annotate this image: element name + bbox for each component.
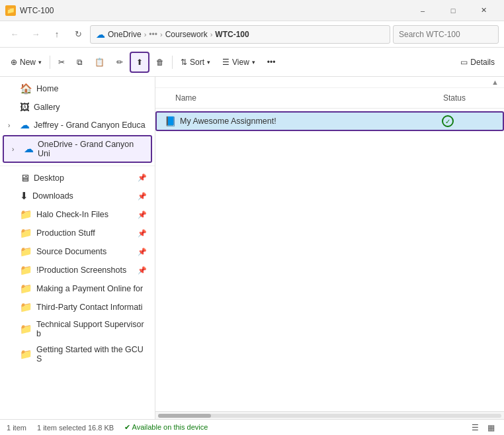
onedrive-icon: ☁ bbox=[96, 29, 105, 40]
rename-icon: ✏ bbox=[116, 58, 123, 67]
sidebar-item-production[interactable]: 📁 Production Stuff 📌 bbox=[0, 224, 155, 242]
grid-view-button[interactable]: ▦ bbox=[484, 421, 497, 434]
refresh-button[interactable]: ↻ bbox=[69, 25, 87, 44]
sidebar-item-payment[interactable]: 📁 Making a Payment Online for bbox=[0, 279, 155, 298]
expand-icon-jeffrey: › bbox=[8, 122, 16, 129]
window-controls: – □ ✕ bbox=[407, 0, 499, 21]
view-toggle-group: ☰ ▦ bbox=[468, 421, 497, 434]
forward-button[interactable]: → bbox=[26, 25, 45, 44]
sidebar-item-gallery[interactable]: 🖼 Gallery bbox=[0, 98, 155, 116]
sidebar-label-home: Home bbox=[36, 84, 147, 93]
sidebar-label-gallery: Gallery bbox=[34, 103, 147, 112]
halo-folder-icon: 📁 bbox=[20, 209, 32, 220]
toolbar: ⊕ New ▾ ✂ ⧉ 📋 ✏ ⬆ 🗑 ⇅ Sort ▾ ☰ View ▾ ••… bbox=[0, 48, 504, 77]
column-headers: Name Status bbox=[155, 88, 504, 109]
sidebar-item-halo[interactable]: 📁 Halo Check-In Files 📌 bbox=[0, 205, 155, 224]
sidebar-item-home[interactable]: 🏠 Home bbox=[0, 79, 155, 98]
sidebar-item-gcu-onedrive[interactable]: › ☁ OneDrive - Grand Canyon Uni bbox=[3, 135, 152, 163]
sort-button[interactable]: ⇅ Sort ▾ bbox=[175, 52, 216, 73]
details-label: Details bbox=[470, 58, 495, 67]
sidebar-item-downloads[interactable]: ⬇ Downloads 📌 bbox=[0, 187, 155, 205]
gettingstarted-folder-icon: 📁 bbox=[20, 348, 32, 360]
sidebar-item-desktop[interactable]: 🖥 Desktop 📌 bbox=[0, 169, 155, 187]
more-icon: ••• bbox=[267, 58, 276, 67]
title-bar: 📁 WTC-100 – □ ✕ bbox=[0, 0, 504, 21]
sidebar-label-gcu: OneDrive - Grand Canyon Uni bbox=[38, 140, 143, 158]
breadcrumb-coursework: Coursework bbox=[165, 30, 208, 39]
close-button[interactable]: ✕ bbox=[468, 0, 499, 21]
view-icon: ☰ bbox=[222, 58, 230, 67]
sidebar-item-techsupport[interactable]: 📁 Technical Support Supervisor b bbox=[0, 316, 155, 342]
more-button[interactable]: ••• bbox=[262, 52, 281, 73]
cut-button[interactable]: ✂ bbox=[53, 52, 70, 73]
minimize-button[interactable]: – bbox=[407, 0, 438, 21]
share-button[interactable]: ⬆ bbox=[130, 52, 149, 73]
production-folder-icon: 📁 bbox=[20, 227, 32, 239]
view-arrow-icon: ▾ bbox=[252, 59, 255, 66]
breadcrumb-wtc100: WTC-100 bbox=[215, 30, 249, 39]
copy-button[interactable]: ⧉ bbox=[71, 52, 88, 73]
sidebar-label-production: Production Stuff bbox=[36, 228, 134, 238]
paste-button[interactable]: 📋 bbox=[89, 52, 110, 73]
sort-arrow-icon: ▾ bbox=[207, 59, 210, 66]
new-button[interactable]: ⊕ New ▾ bbox=[5, 52, 47, 73]
sidebar-label-payment: Making a Payment Online for bbox=[36, 284, 147, 293]
sidebar-label-downloads: Downloads bbox=[32, 191, 134, 201]
address-bar: ← → ↑ ↻ ☁ OneDrive › ••• › Coursework › … bbox=[0, 21, 504, 48]
desktop-icon: 🖥 bbox=[20, 172, 30, 183]
back-button[interactable]: ← bbox=[5, 25, 24, 44]
screenshots-folder-icon: 📁 bbox=[20, 264, 32, 276]
pin-icon-desktop: 📌 bbox=[138, 173, 147, 182]
toolbar-sep1 bbox=[50, 56, 50, 69]
file-name: My Awesome Assignment! bbox=[180, 117, 438, 126]
sidebar-item-thirdparty[interactable]: 📁 Third-Party Contact Informati bbox=[0, 298, 155, 316]
up-button[interactable]: ↑ bbox=[48, 25, 66, 44]
breadcrumb-sep-more: ••• bbox=[149, 30, 157, 39]
sidebar-label-desktop: Desktop bbox=[34, 173, 134, 183]
sidebar-item-screenshots[interactable]: 📁 !Production Screenshots 📌 bbox=[0, 261, 155, 279]
sidebar-item-gettingstarted[interactable]: 📁 Getting Started with the GCU S bbox=[0, 342, 155, 367]
breadcrumb-sep1: › bbox=[144, 30, 147, 38]
search-input[interactable] bbox=[393, 25, 499, 44]
new-icon: ⊕ bbox=[11, 58, 17, 67]
breadcrumb[interactable]: ☁ OneDrive › ••• › Coursework › WTC-100 bbox=[90, 25, 390, 44]
pin-icon-production: 📌 bbox=[138, 229, 147, 238]
details-button[interactable]: ▭ Details bbox=[456, 55, 499, 70]
list-view-button[interactable]: ☰ bbox=[468, 421, 482, 434]
breadcrumb-sep2: › bbox=[160, 30, 163, 38]
rename-button[interactable]: ✏ bbox=[111, 52, 128, 73]
availability-status: ✔ Available on this device bbox=[124, 423, 208, 432]
sort-icon: ⇅ bbox=[181, 58, 187, 67]
collapse-icon[interactable]: ▲ bbox=[491, 78, 499, 86]
sidebar-label-source: Source Documents bbox=[36, 247, 134, 256]
sidebar-label-screenshots: !Production Screenshots bbox=[36, 266, 134, 275]
payment-folder-icon: 📁 bbox=[20, 283, 32, 295]
details-icon: ▭ bbox=[460, 58, 468, 67]
delete-icon: 🗑 bbox=[156, 58, 164, 67]
sidebar-label-gettingstarted: Getting Started with the GCU S bbox=[36, 345, 147, 363]
new-label: New bbox=[20, 58, 36, 67]
file-icon: 📘 bbox=[165, 116, 176, 126]
maximize-button[interactable]: □ bbox=[438, 0, 468, 21]
sidebar-item-source-docs[interactable]: 📁 Source Documents 📌 bbox=[0, 242, 155, 261]
cut-icon: ✂ bbox=[58, 58, 65, 67]
item-count: 1 item bbox=[7, 424, 26, 432]
selected-info: 1 item selected 16.8 KB bbox=[37, 424, 114, 432]
col-status-header: Status bbox=[443, 91, 496, 105]
sidebar-item-jeffrey-onedrive[interactable]: › ☁ Jeffrey - Grand Canyon Educa bbox=[0, 116, 155, 134]
source-folder-icon: 📁 bbox=[20, 246, 32, 258]
sidebar-label-halo: Halo Check-In Files bbox=[36, 210, 134, 219]
table-row[interactable]: 📘 My Awesome Assignment! ✓ bbox=[155, 111, 504, 131]
file-list: 📘 My Awesome Assignment! ✓ bbox=[155, 109, 504, 411]
main-area: 🏠 Home 🖼 Gallery › ☁ Jeffrey - Grand Can… bbox=[0, 77, 504, 419]
file-status: ✓ bbox=[442, 115, 495, 127]
scrollbar-thumb[interactable] bbox=[158, 414, 211, 418]
onedrive-blue-icon1: ☁ bbox=[20, 119, 30, 131]
status-check-icon: ✓ bbox=[442, 115, 454, 127]
horizontal-scrollbar[interactable] bbox=[155, 411, 504, 419]
thirdparty-folder-icon: 📁 bbox=[20, 301, 32, 313]
col-name-header: Name bbox=[175, 91, 443, 105]
delete-button[interactable]: 🗑 bbox=[151, 52, 169, 73]
view-button[interactable]: ☰ View ▾ bbox=[217, 52, 261, 73]
pin-icon-source: 📌 bbox=[138, 248, 147, 256]
